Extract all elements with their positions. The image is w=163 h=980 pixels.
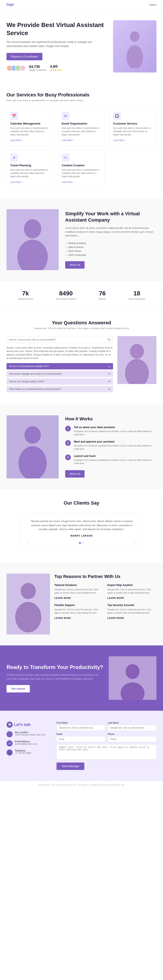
reason-link[interactable]: LEARN MORE (54, 617, 71, 619)
step-title: Meet and approve your assistant (74, 440, 157, 443)
step-desc: Excepteur sint occaecat cupidatat non pr… (74, 444, 157, 450)
testimonial-author: MARRY LARSON (27, 535, 136, 537)
service-desc: Duis aute irure dolor in reprehenderit i… (113, 126, 153, 136)
faq-search-input[interactable] (9, 339, 108, 341)
how-step: 1 Tell us about your ideal assistant Exc… (65, 426, 157, 436)
testimonial-next-arrow[interactable]: › (134, 541, 136, 545)
reason-desc: Sample text. Click to select the text bo… (108, 608, 157, 614)
stat-item: 7k Satisfied Clients (17, 290, 33, 300)
stat-number: 7k (17, 290, 33, 297)
learn-more-link[interactable]: Learn More → (113, 139, 127, 142)
phone-icon: 📞 (6, 749, 13, 756)
hero-title: We Provide Best Virtual Assistant Servic… (6, 21, 109, 37)
simplify-content: Simplify Your Work with a Virtual Assist… (65, 211, 157, 269)
location-label: Our Location (15, 731, 46, 733)
faq-section: Your Questions Answered Sample text. Cli… (0, 309, 163, 404)
form-contact-row: Email Phone (57, 733, 157, 742)
how-section: How It Works 1 Tell us about your ideal … (0, 404, 163, 489)
service-icon: ✉ (62, 112, 70, 120)
simplify-title: Simplify Your Work with a Virtual Assist… (65, 211, 157, 223)
first-name-input[interactable] (57, 725, 105, 731)
stat-item: 8490 Successfully Projects (55, 290, 76, 300)
faq-question: How would I manage and contact my Virtua… (9, 373, 62, 375)
chevron-icon: ▲ (108, 365, 111, 368)
reasons-grid: Tailored Solutions Sample text. Click to… (54, 584, 157, 620)
hero-cta-button[interactable]: Request a Consultation (6, 53, 43, 60)
service-title: Customer Service (113, 122, 153, 125)
faq-question: Are your virtual assistants available 24… (9, 365, 49, 368)
phone-input[interactable] (108, 736, 157, 742)
services-title: Our Services for Busy Professionals (6, 92, 157, 98)
contact-section: 💬 Let's talk 📍 Our Location 1234 Pleasan… (0, 711, 163, 781)
faq-accordion-item[interactable]: Are your virtual assistants available 24… (6, 363, 113, 369)
nav-dots (79, 542, 84, 544)
services-section: Our Services for Busy Professionals Duis… (0, 81, 163, 198)
how-button[interactable]: About Us (65, 470, 85, 477)
contact-phone: 📞 Telephone +1 234 567 8900 (6, 749, 50, 756)
nav-menu[interactable]: menu (149, 3, 157, 6)
simplify-button[interactable]: About Us (65, 261, 85, 269)
contact-brand-text: Let's talk (14, 722, 31, 727)
faq-image-inner (117, 336, 157, 384)
reason-item: Top Security Assured Sample text. Click … (108, 604, 157, 620)
how-step: 3 Launch and track Excepteur sint occaec… (65, 455, 157, 465)
faq-accordion-item[interactable]: How do you manage quality control? ▼ (6, 378, 113, 385)
service-icon: ✈ (10, 154, 18, 162)
email-label: Email (57, 733, 105, 735)
rating-stat: 4.8/5 ★★★★★ (50, 65, 62, 72)
step-title: Tell us about your ideal assistant (74, 426, 157, 429)
email-info-value: yourmail@domain.com (15, 743, 37, 745)
faq-question: How do you manage quality control? (9, 380, 44, 383)
testimonial-card: "Aenean pulvinar dui ornare. Feugiat lor… (21, 512, 142, 552)
learn-more-link[interactable]: Learn More → (62, 181, 76, 183)
nav-dot-2[interactable] (82, 542, 84, 544)
phone-form-label: Phone (108, 733, 157, 735)
faq-accordion-item[interactable]: What makes your Virtual Assistants an ho… (6, 386, 113, 392)
step-desc: Excepteur sint occaecat cupidatat non pr… (74, 430, 157, 436)
stat-item: 18 Years Experience (128, 290, 145, 300)
faq-input-row: 🔍 (6, 336, 113, 343)
service-card: 📅 Calendar Management Duis aute irure do… (6, 108, 54, 146)
learn-more-link[interactable]: Learn More → (10, 181, 24, 183)
last-name-input[interactable] (108, 725, 157, 731)
faq-answer: Answer: Lorem ipsum dolor sit amet, cons… (6, 346, 113, 360)
cta-image (109, 656, 157, 700)
stat-item: 76 Experts (99, 290, 106, 300)
reason-link[interactable]: LEARN MORE (108, 597, 124, 599)
service-title: Travel Planning (10, 164, 50, 167)
how-title: How It Works (65, 417, 157, 422)
reason-item: Tailored Solutions Sample text. Click to… (54, 584, 103, 600)
learn-more-link[interactable]: Learn More → (62, 139, 76, 142)
customers-stat: 64,739 Happy Customers (29, 65, 46, 71)
hero-image-placeholder (113, 20, 157, 73)
chevron-icon: ▼ (108, 388, 111, 390)
reason-link[interactable]: LEARN MORE (108, 617, 124, 619)
service-desc: Duis aute irure dolor in reprehenderit i… (62, 168, 101, 178)
message-textarea[interactable] (57, 744, 157, 759)
faq-accordion-item[interactable]: How would I manage and contact my Virtua… (6, 371, 113, 377)
contact-phone-text: Telephone +1 234 567 8900 (15, 749, 31, 754)
svg-point-15 (126, 664, 139, 679)
nav-dot-1[interactable] (79, 542, 81, 544)
service-icon: ✏ (62, 154, 70, 162)
form-submit-button[interactable]: Send Message (57, 762, 84, 770)
step-number: 3 (65, 455, 71, 460)
reason-link[interactable]: LEARN MORE (54, 597, 71, 599)
service-desc: Duis aute irure dolor in reprehenderit i… (10, 126, 50, 136)
simplify-feature: Real Clients (65, 249, 157, 253)
cta-desc: Ut enim ad minim veniam, quis nostrud ex… (6, 673, 104, 681)
testimonial-prev-arrow[interactable]: ‹ (27, 541, 29, 545)
simplify-section: Simplify Your Work with a Virtual Assist… (0, 198, 163, 281)
footer: Sample text. Click to select the text bo… (0, 781, 163, 789)
reason-item: Expert Help Anytime Sample text. Click t… (108, 584, 157, 600)
nav-logo: logo (6, 3, 14, 6)
faq-subtitle: Sample text. Click to select the text bo… (6, 327, 157, 329)
faq-question: What makes your Virtual Assistants an ho… (9, 388, 62, 390)
how-step: 2 Meet and approve your assistant Except… (65, 440, 157, 450)
cta-button[interactable]: Get started (6, 685, 30, 692)
step-desc: Excepteur sint occaecat cupidatat non pr… (74, 458, 157, 465)
email-input[interactable] (57, 736, 105, 742)
form-name-row: First Name Last Name (57, 722, 157, 731)
learn-more-link[interactable]: Learn More → (10, 139, 24, 142)
email-field: Email (57, 733, 105, 742)
